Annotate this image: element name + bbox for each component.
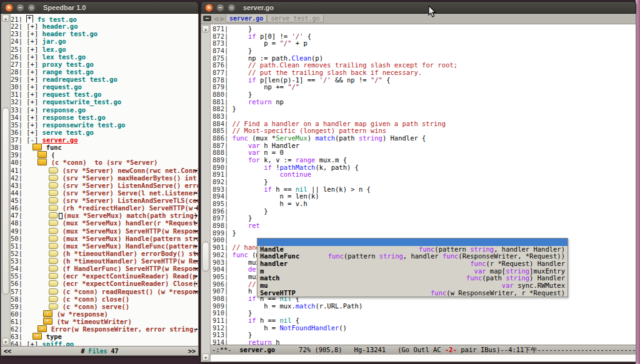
tab-scroll-right-icon[interactable]: ▷ <box>219 14 226 24</box>
open-folder-icon[interactable] <box>38 151 47 158</box>
speedbar-item[interactable]: 55| (ecr *expectContinueReader) Read(p [… <box>11 272 198 280</box>
speedbar-item[interactable]: 51| (mux *ServeMux) HandleFunc(pattern s… <box>11 242 198 250</box>
code-line[interactable]: 882| } <box>212 106 636 113</box>
speedbar-item[interactable]: 28| [+] range_test.go <box>11 68 198 76</box>
tag-icon[interactable] <box>49 288 58 295</box>
open-folder-icon[interactable] <box>32 144 42 150</box>
scroll-down-icon[interactable]: ▼ <box>2 338 9 345</box>
speedbar-item[interactable]: 41| (srv *Server) newConn(rwc net.Conn) … <box>11 167 198 174</box>
speedbar-item-label[interactable]: Error(w ResponseWriter, error string, c <box>51 325 198 333</box>
expand-icon[interactable]: [+] <box>26 53 38 61</box>
speedbar-item-label[interactable]: lex_test.go <box>42 53 86 61</box>
speedbar-item-label[interactable]: (mux *ServeMux) handler(r *Request) H <box>62 219 198 227</box>
speedbar-item[interactable]: 59| (c *conn) serve() <box>11 303 198 310</box>
speedbar-item[interactable]: 48| (mux *ServeMux) handler(r *Request) … <box>11 219 198 227</box>
speedbar-item-label[interactable]: (rh *redirectHandler) ServeHTTP(w Res <box>62 204 198 212</box>
minimize-icon[interactable]: − <box>216 4 224 12</box>
speedbar-item[interactable]: 53| (h *timeoutHandler) ServeHTTP(w Resp… <box>11 257 198 265</box>
tag-icon[interactable] <box>49 273 58 279</box>
tag-icon[interactable] <box>49 280 58 287</box>
code-line[interactable]: 909| h = mux.match(r.URL.Path) <box>212 303 636 310</box>
speedbar-item[interactable]: 54| (f HandlerFunc) ServeHTTP(w Response… <box>11 265 198 272</box>
tag-icon[interactable] <box>49 250 58 257</box>
speedbar-item-label[interactable]: request_test.go <box>42 91 102 98</box>
speedbar-item[interactable]: 32| [+] requestwrite_test.go <box>11 98 198 106</box>
speedbar-item-label[interactable]: responsewrite_test.go <box>42 121 126 129</box>
speedbar-item[interactable]: 21| + fs_test.go <box>11 15 198 22</box>
speedbar-item[interactable]: 49| (mux *ServeMux) ServeHTTP(w Response… <box>11 227 198 235</box>
speedbar-item[interactable]: 43| (srv *Server) ListenAndServe() error <box>11 182 198 189</box>
speedbar-item[interactable]: 40| (c *conn) to (srv *Server) <box>11 159 198 166</box>
close-icon[interactable]: × <box>205 4 213 12</box>
tag-icon[interactable] <box>49 220 58 226</box>
speedbar-item-label[interactable]: (srv *Server) ListenAndServeTLS(certF <box>62 197 198 204</box>
speedbar-item[interactable]: 33| [+] response.go <box>11 106 198 114</box>
speedbar-item-label[interactable]: (h *timeoutHandler) errorBody() strin <box>62 250 198 257</box>
speedbar-item[interactable]: 60| + (w *response) <box>11 310 198 318</box>
expand-icon[interactable]: [+] <box>26 37 38 45</box>
scroll-up-icon[interactable]: ▲ <box>2 14 9 22</box>
speedbar-item[interactable]: 34| [+] response_test.go <box>11 114 198 121</box>
code-line[interactable]: 897| } <box>212 215 636 222</box>
speedbar-item-label[interactable]: serve_test.go <box>42 129 94 136</box>
closed-folder-icon[interactable]: + <box>43 318 52 325</box>
speedbar-item[interactable]: 38| func <box>11 144 198 151</box>
close-icon[interactable]: × <box>5 4 13 12</box>
speedbar-item[interactable]: 58| (c *conn) close() <box>11 295 198 303</box>
speedbar-item[interactable]: 63| + type <box>11 333 198 340</box>
scrollbar-thumb[interactable] <box>2 107 9 295</box>
speedbar-item-label[interactable]: (mux *ServeMux) match(path string) Ha <box>63 212 198 219</box>
code-line[interactable]: 895| h = v.h <box>212 200 636 208</box>
file-expand-icon[interactable]: + <box>26 15 33 22</box>
speedbar-item-label[interactable]: (ecr *expectContinueReader) Close() e <box>62 280 198 287</box>
speedbar-item-label[interactable]: (srv *Server) Serve(l net.Listener) e <box>62 189 198 197</box>
tab-scroll-left-icon[interactable]: ◁ <box>213 14 219 24</box>
editor-scrollbar[interactable]: ▲ ▼ <box>201 24 211 362</box>
expand-icon[interactable]: [+] <box>26 98 38 106</box>
speedbar-item-label[interactable]: (f HandlerFunc) ServeHTTP(w ResponseW <box>62 265 198 272</box>
tag-icon[interactable] <box>49 182 58 189</box>
maximize-icon[interactable]: ▫ <box>228 4 236 12</box>
completion-candidate[interactable]: ServeHTTPfunc(w ResponseWriter, r *Reque… <box>258 290 568 297</box>
speedbar-item[interactable]: 25| [+] lex.go <box>11 46 198 53</box>
scroll-down-icon[interactable]: ▼ <box>202 353 209 361</box>
scroll-right-control[interactable]: >> <box>188 348 196 355</box>
speedbar-item-label[interactable]: readrequest_test.go <box>42 76 118 83</box>
expand-icon[interactable]: [+] <box>26 22 38 30</box>
expand-icon[interactable]: [+] <box>26 83 38 91</box>
tag-icon[interactable] <box>49 265 58 272</box>
minibuffer[interactable] <box>211 355 636 362</box>
tab-serve_test-go[interactable]: serve_test.go <box>267 15 323 22</box>
speedbar-item-label[interactable]: (srv *Server) maxHeaderBytes() int <box>62 174 197 182</box>
speedbar-item[interactable]: 47| (mux *ServeMux) match(path string) H… <box>11 212 198 219</box>
speedbar-item-label[interactable]: (mux *ServeMux) ServeHTTP(w ResponseW <box>62 227 198 235</box>
expand-icon[interactable]: [+] <box>26 106 38 114</box>
expand-icon[interactable]: [+] <box>26 129 38 136</box>
speedbar-file-tree[interactable]: 21| + fs_test.go22| [+] header.go23| [+]… <box>11 14 198 346</box>
speedbar-item-label[interactable]: func <box>46 144 62 151</box>
scroll-left-control[interactable]: << <box>4 348 11 355</box>
speedbar-item[interactable]: 30| [+] request.go <box>11 83 198 91</box>
speedbar-item[interactable]: 22| [+] header.go <box>11 22 198 30</box>
speedbar-item-label[interactable]: (tw *timeoutWriter) <box>57 318 132 325</box>
speedbar-item[interactable]: 62| + Error(w ResponseWriter, error stri… <box>11 325 198 333</box>
editor-titlebar[interactable]: × − ▫ server.go <box>201 1 636 14</box>
expand-icon[interactable]: [+] <box>26 61 38 68</box>
speedbar-item[interactable]: 46| (rh *redirectHandler) ServeHTTP(w Re… <box>11 204 198 212</box>
minimize-icon[interactable]: − <box>16 4 24 12</box>
tag-icon[interactable] <box>49 197 58 204</box>
expand-icon[interactable]: [+] <box>26 91 38 98</box>
scroll-up-icon[interactable]: ▲ <box>202 25 209 32</box>
speedbar-item-label[interactable]: header_test.go <box>42 30 98 37</box>
speedbar-item[interactable]: 31| [+] request_test.go <box>11 91 198 98</box>
speedbar-item-label[interactable]: sniff.go <box>42 340 74 346</box>
speedbar-item-label[interactable]: ( <box>51 151 55 159</box>
tag-icon[interactable] <box>49 258 58 264</box>
speedbar-item-label[interactable]: (c *conn) close() <box>62 295 129 303</box>
speedbar-item-label[interactable]: response_test.go <box>42 114 106 121</box>
tag-icon[interactable] <box>49 243 58 249</box>
speedbar-item[interactable]: 64| [+] sniff.go <box>11 340 198 346</box>
code-line[interactable]: 896| } <box>212 208 636 215</box>
collapse-icon[interactable]: [-] <box>26 136 38 144</box>
speedbar-item-label[interactable]: fs_test.go <box>38 16 77 22</box>
